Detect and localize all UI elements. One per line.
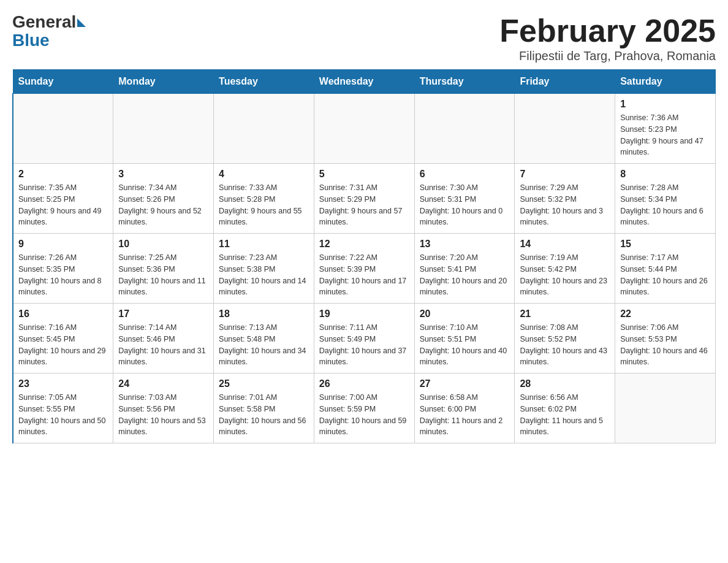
day-number: 28 <box>520 378 610 389</box>
day-info: Sunrise: 7:01 AMSunset: 5:58 PMDaylight:… <box>219 392 309 438</box>
day-info: Sunrise: 7:19 AMSunset: 5:42 PMDaylight:… <box>520 252 610 298</box>
calendar-cell: 16Sunrise: 7:16 AMSunset: 5:45 PMDayligh… <box>13 304 113 373</box>
calendar-cell: 26Sunrise: 7:00 AMSunset: 5:59 PMDayligh… <box>314 373 414 443</box>
calendar-cell: 25Sunrise: 7:01 AMSunset: 5:58 PMDayligh… <box>214 373 314 443</box>
month-title: February 2025 <box>499 12 716 49</box>
calendar-cell: 28Sunrise: 6:56 AMSunset: 6:02 PMDayligh… <box>515 373 615 443</box>
day-number: 19 <box>319 308 409 320</box>
day-info: Sunrise: 7:22 AMSunset: 5:39 PMDaylight:… <box>319 252 409 298</box>
calendar-table: SundayMondayTuesdayWednesdayThursdayFrid… <box>12 69 716 443</box>
day-header-tuesday: Tuesday <box>214 70 314 94</box>
day-info: Sunrise: 7:28 AMSunset: 5:34 PMDaylight:… <box>620 182 710 228</box>
day-header-sunday: Sunday <box>13 70 113 94</box>
calendar-cell: 27Sunrise: 6:58 AMSunset: 6:00 PMDayligh… <box>414 373 515 443</box>
calendar-week-4: 16Sunrise: 7:16 AMSunset: 5:45 PMDayligh… <box>13 304 716 373</box>
calendar-cell: 5Sunrise: 7:31 AMSunset: 5:29 PMDaylight… <box>314 164 414 234</box>
calendar-cell: 22Sunrise: 7:06 AMSunset: 5:53 PMDayligh… <box>615 304 716 373</box>
day-number: 10 <box>118 239 208 250</box>
day-number: 5 <box>319 169 409 180</box>
day-info: Sunrise: 7:17 AMSunset: 5:44 PMDaylight:… <box>620 252 710 298</box>
calendar-cell <box>414 94 515 164</box>
day-info: Sunrise: 7:33 AMSunset: 5:28 PMDaylight:… <box>219 182 309 228</box>
day-number: 15 <box>620 239 710 250</box>
logo-general-text: General <box>12 12 76 32</box>
calendar-cell: 12Sunrise: 7:22 AMSunset: 5:39 PMDayligh… <box>314 234 414 304</box>
day-info: Sunrise: 7:26 AMSunset: 5:35 PMDaylight:… <box>18 252 108 298</box>
day-number: 17 <box>118 308 208 320</box>
day-number: 16 <box>18 308 108 320</box>
day-number: 9 <box>18 239 108 250</box>
day-number: 2 <box>18 169 108 180</box>
location-subtitle: Filipestii de Targ, Prahova, Romania <box>499 49 716 63</box>
day-number: 14 <box>520 239 610 250</box>
day-info: Sunrise: 7:23 AMSunset: 5:38 PMDaylight:… <box>219 252 309 298</box>
page-header: General Blue February 2025 Filipestii de… <box>12 12 716 63</box>
calendar-cell: 6Sunrise: 7:30 AMSunset: 5:31 PMDaylight… <box>414 164 515 234</box>
days-of-week-row: SundayMondayTuesdayWednesdayThursdayFrid… <box>13 70 716 94</box>
calendar-cell: 17Sunrise: 7:14 AMSunset: 5:46 PMDayligh… <box>113 304 214 373</box>
calendar-cell: 7Sunrise: 7:29 AMSunset: 5:32 PMDaylight… <box>515 164 615 234</box>
day-info: Sunrise: 7:11 AMSunset: 5:49 PMDaylight:… <box>319 322 409 368</box>
calendar-cell: 15Sunrise: 7:17 AMSunset: 5:44 PMDayligh… <box>615 234 716 304</box>
day-info: Sunrise: 7:05 AMSunset: 5:55 PMDaylight:… <box>18 392 108 438</box>
day-info: Sunrise: 7:14 AMSunset: 5:46 PMDaylight:… <box>118 322 208 368</box>
day-number: 27 <box>420 378 510 389</box>
day-info: Sunrise: 7:25 AMSunset: 5:36 PMDaylight:… <box>118 252 208 298</box>
logo-blue-text: Blue <box>12 31 50 50</box>
day-number: 22 <box>620 308 710 320</box>
calendar-cell: 24Sunrise: 7:03 AMSunset: 5:56 PMDayligh… <box>113 373 214 443</box>
calendar-cell: 14Sunrise: 7:19 AMSunset: 5:42 PMDayligh… <box>515 234 615 304</box>
calendar-cell: 18Sunrise: 7:13 AMSunset: 5:48 PMDayligh… <box>214 304 314 373</box>
day-info: Sunrise: 7:31 AMSunset: 5:29 PMDaylight:… <box>319 182 409 228</box>
day-info: Sunrise: 7:35 AMSunset: 5:25 PMDaylight:… <box>18 182 108 228</box>
day-info: Sunrise: 7:36 AMSunset: 5:23 PMDaylight:… <box>620 112 710 158</box>
day-info: Sunrise: 7:00 AMSunset: 5:59 PMDaylight:… <box>319 392 409 438</box>
day-number: 21 <box>520 308 610 320</box>
day-info: Sunrise: 7:06 AMSunset: 5:53 PMDaylight:… <box>620 322 710 368</box>
calendar-cell: 9Sunrise: 7:26 AMSunset: 5:35 PMDaylight… <box>13 234 113 304</box>
calendar-body: 1Sunrise: 7:36 AMSunset: 5:23 PMDaylight… <box>13 94 716 443</box>
calendar-cell: 19Sunrise: 7:11 AMSunset: 5:49 PMDayligh… <box>314 304 414 373</box>
calendar-cell <box>515 94 615 164</box>
day-info: Sunrise: 7:30 AMSunset: 5:31 PMDaylight:… <box>420 182 510 228</box>
calendar-cell <box>113 94 214 164</box>
day-number: 26 <box>319 378 409 389</box>
title-area: February 2025 Filipestii de Targ, Prahov… <box>499 12 716 63</box>
day-header-friday: Friday <box>515 70 615 94</box>
day-number: 18 <box>219 308 309 320</box>
day-number: 3 <box>118 169 208 180</box>
calendar-cell <box>214 94 314 164</box>
calendar-cell: 11Sunrise: 7:23 AMSunset: 5:38 PMDayligh… <box>214 234 314 304</box>
day-number: 23 <box>18 378 108 389</box>
day-header-wednesday: Wednesday <box>314 70 414 94</box>
calendar-cell: 20Sunrise: 7:10 AMSunset: 5:51 PMDayligh… <box>414 304 515 373</box>
logo-arrow-icon <box>77 18 86 27</box>
calendar-header: SundayMondayTuesdayWednesdayThursdayFrid… <box>13 70 716 94</box>
day-number: 7 <box>520 169 610 180</box>
day-info: Sunrise: 7:20 AMSunset: 5:41 PMDaylight:… <box>420 252 510 298</box>
calendar-cell: 21Sunrise: 7:08 AMSunset: 5:52 PMDayligh… <box>515 304 615 373</box>
calendar-cell: 10Sunrise: 7:25 AMSunset: 5:36 PMDayligh… <box>113 234 214 304</box>
day-number: 6 <box>420 169 510 180</box>
day-info: Sunrise: 7:10 AMSunset: 5:51 PMDaylight:… <box>420 322 510 368</box>
day-info: Sunrise: 7:34 AMSunset: 5:26 PMDaylight:… <box>118 182 208 228</box>
day-info: Sunrise: 7:08 AMSunset: 5:52 PMDaylight:… <box>520 322 610 368</box>
calendar-cell: 4Sunrise: 7:33 AMSunset: 5:28 PMDaylight… <box>214 164 314 234</box>
calendar-cell <box>13 94 113 164</box>
day-info: Sunrise: 6:56 AMSunset: 6:02 PMDaylight:… <box>520 392 610 438</box>
day-info: Sunrise: 7:29 AMSunset: 5:32 PMDaylight:… <box>520 182 610 228</box>
day-info: Sunrise: 7:13 AMSunset: 5:48 PMDaylight:… <box>219 322 309 368</box>
day-number: 25 <box>219 378 309 389</box>
day-number: 13 <box>420 239 510 250</box>
calendar-week-5: 23Sunrise: 7:05 AMSunset: 5:55 PMDayligh… <box>13 373 716 443</box>
day-header-saturday: Saturday <box>615 70 716 94</box>
day-info: Sunrise: 7:16 AMSunset: 5:45 PMDaylight:… <box>18 322 108 368</box>
calendar-week-1: 1Sunrise: 7:36 AMSunset: 5:23 PMDaylight… <box>13 94 716 164</box>
day-number: 20 <box>420 308 510 320</box>
calendar-cell: 1Sunrise: 7:36 AMSunset: 5:23 PMDaylight… <box>615 94 716 164</box>
day-number: 4 <box>219 169 309 180</box>
calendar-week-2: 2Sunrise: 7:35 AMSunset: 5:25 PMDaylight… <box>13 164 716 234</box>
day-number: 8 <box>620 169 710 180</box>
calendar-cell <box>615 373 716 443</box>
logo: General Blue <box>12 12 86 50</box>
